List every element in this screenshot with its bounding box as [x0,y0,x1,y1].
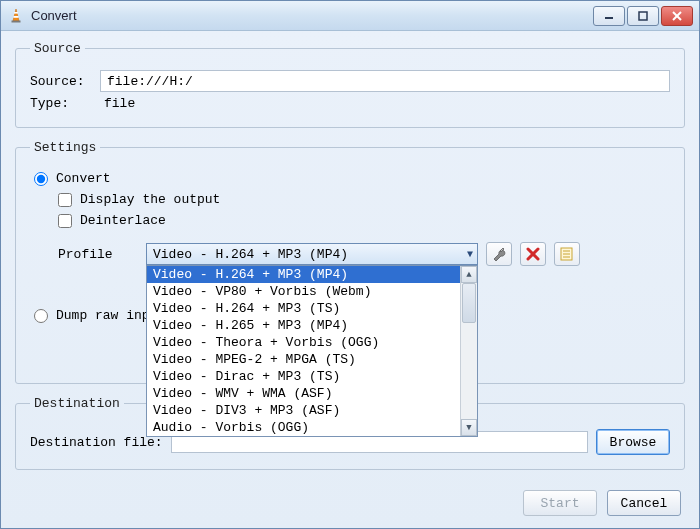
titlebar[interactable]: Convert [1,1,699,31]
profile-option[interactable]: Video - DIV3 + MP3 (ASF) [147,402,460,419]
svg-marker-0 [13,9,19,21]
browse-button[interactable]: Browse [596,429,670,455]
profile-option-list: Video - H.264 + MP3 (MP4) Video - VP80 +… [147,266,460,436]
source-legend: Source [30,41,85,56]
display-output-input[interactable] [58,193,72,207]
profile-label: Profile [58,247,138,262]
type-value: file [100,96,135,111]
profile-option[interactable]: Video - MPEG-2 + MPGA (TS) [147,351,460,368]
source-group: Source Source: Type: file [15,41,685,128]
profile-dropdown[interactable]: Video - H.264 + MP3 (MP4) Video - VP80 +… [146,265,478,437]
cancel-button[interactable]: Cancel [607,490,681,516]
svg-rect-3 [12,20,21,22]
convert-radio[interactable]: Convert [34,171,670,186]
convert-radio-input[interactable] [34,172,48,186]
vlc-cone-icon [7,7,25,25]
maximize-button[interactable] [627,6,659,26]
settings-legend: Settings [30,140,100,155]
destination-label: Destination file: [30,435,163,450]
profile-option[interactable]: Video - Theora + Vorbis (OGG) [147,334,460,351]
scroll-track[interactable] [461,283,477,419]
profile-option[interactable]: Video - H.264 + MP3 (TS) [147,300,460,317]
dropdown-scrollbar[interactable]: ▲ ▼ [460,266,477,436]
profile-option[interactable]: Video - VP80 + Vorbis (Webm) [147,283,460,300]
svg-rect-5 [639,12,647,20]
type-label: Type: [30,96,100,111]
deinterlace-input[interactable] [58,214,72,228]
deinterlace-check[interactable]: Deinterlace [58,213,670,228]
profile-option[interactable]: Video - H.264 + MP3 (MP4) [147,266,460,283]
delete-profile-button[interactable] [520,242,546,266]
footer-buttons: Start Cancel [523,490,681,516]
profile-option[interactable]: Video - WMV + WMA (ASF) [147,385,460,402]
convert-radio-label: Convert [56,171,111,186]
minimize-button[interactable] [593,6,625,26]
source-input[interactable] [100,70,670,92]
source-label: Source: [30,74,100,89]
new-profile-button[interactable] [554,242,580,266]
display-output-check[interactable]: Display the output [58,192,670,207]
svg-rect-1 [14,12,18,14]
deinterlace-label: Deinterlace [80,213,166,228]
settings-group: Settings Convert Display the output Dein… [15,140,685,384]
scroll-down-button[interactable]: ▼ [461,419,477,436]
convert-window: Convert Source Source: Type: file [0,0,700,529]
profile-option[interactable]: Video - H.265 + MP3 (MP4) [147,317,460,334]
start-button[interactable]: Start [523,490,597,516]
profile-combobox[interactable]: Video - H.264 + MP3 (MP4) ▼ [146,243,478,265]
new-profile-icon [559,246,575,262]
edit-profile-button[interactable] [486,242,512,266]
display-output-label: Display the output [80,192,220,207]
delete-icon [526,247,540,261]
profile-option[interactable]: Audio - Vorbis (OGG) [147,419,460,436]
dump-raw-radio-input[interactable] [34,309,48,323]
profile-selected-text: Video - H.264 + MP3 (MP4) [153,247,348,262]
profile-combo-wrap: Video - H.264 + MP3 (MP4) ▼ Video - H.26… [146,243,478,265]
wrench-icon [491,246,507,262]
chevron-down-icon: ▼ [467,249,473,260]
window-buttons [593,6,693,26]
profile-option[interactable]: Video - Dirac + MP3 (TS) [147,368,460,385]
window-body: Source Source: Type: file Settings Conve… [1,31,699,528]
svg-rect-2 [13,16,18,18]
scroll-thumb[interactable] [462,283,476,323]
window-title: Convert [31,8,593,23]
scroll-up-button[interactable]: ▲ [461,266,477,283]
close-button[interactable] [661,6,693,26]
destination-legend: Destination [30,396,124,411]
